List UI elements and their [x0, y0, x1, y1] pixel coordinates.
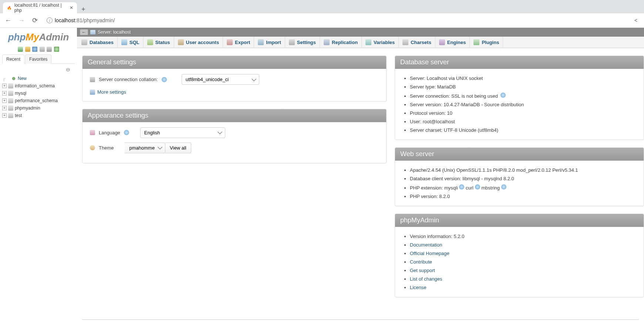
link-license[interactable]: License [410, 285, 426, 290]
tree-db-test[interactable]: + test [1, 112, 75, 119]
menu-engines[interactable]: Engines [435, 37, 470, 48]
databases-icon [81, 39, 87, 45]
panel-database-server: Database server Server: Localhost via UN… [395, 56, 644, 140]
list-item: Protocol version: 10 [410, 109, 636, 117]
list-item: User: root@localhost [410, 117, 636, 126]
menu-sql[interactable]: SQL [118, 37, 144, 48]
help-icon[interactable] [475, 184, 480, 190]
logo-my: My [26, 31, 39, 43]
url-bar[interactable]: i localhost:81/phpmyadmin/ [43, 16, 628, 25]
list-item: PHP version: 8.2.0 [410, 192, 636, 201]
list-item: PHP extension: mysqli curl mbstring [410, 183, 636, 192]
logo[interactable]: phpMyAdmin [0, 28, 77, 44]
tree-db-performance-schema[interactable]: + performance_schema [1, 97, 75, 104]
menu-user-accounts[interactable]: User accounts [174, 37, 223, 48]
help-icon[interactable] [162, 77, 167, 82]
browser-tab[interactable]: 🔥 localhost:81 / localhost | php ✕ [3, 2, 77, 13]
breadcrumb-back-button[interactable]: ← [80, 29, 88, 35]
list-item: List of changes [410, 275, 636, 283]
variables-icon [365, 39, 371, 45]
collapse-handle-icon[interactable]: ⊖ [0, 64, 77, 73]
tree-new[interactable]: ┌ ⊕ New [1, 75, 75, 82]
docs-icon[interactable] [32, 47, 37, 52]
menu-databases[interactable]: Databases [78, 37, 118, 48]
reload-nav-icon[interactable] [54, 47, 59, 52]
menu-label: Import [266, 40, 281, 45]
help-icon[interactable] [501, 184, 506, 190]
export-icon [227, 39, 233, 45]
expand-icon[interactable]: + [2, 84, 7, 88]
gear-icon[interactable] [47, 47, 52, 52]
site-info-icon[interactable]: i [47, 17, 53, 23]
list-item: Get support [410, 266, 636, 275]
help-icon[interactable] [124, 130, 129, 135]
sidebar-tabs: Recent Favorites [2, 54, 75, 64]
expand-icon[interactable]: + [2, 91, 7, 96]
panel-title: Web server [395, 148, 644, 161]
wrench-icon [90, 90, 95, 95]
server-label: Server: localhost [98, 30, 131, 35]
forward-button[interactable]: → [16, 15, 27, 26]
tab-favorites[interactable]: Favorites [25, 54, 51, 64]
tree-db-mysql[interactable]: + mysql [1, 90, 75, 97]
menu-status[interactable]: Status [144, 37, 174, 48]
tab-recent[interactable]: Recent [2, 54, 24, 64]
list-item: Server connection: SSL is not being used [410, 91, 636, 100]
link-documentation[interactable]: Documentation [410, 242, 442, 248]
theme-select[interactable]: pmahomme [125, 143, 165, 153]
link-changes[interactable]: List of changes [410, 276, 442, 282]
help-icon[interactable] [459, 184, 464, 190]
view-all-themes-button[interactable]: View all [165, 143, 191, 153]
collation-select[interactable]: utf8mb4_unicode_ci [182, 74, 259, 85]
panel-title: Appearance settings [82, 109, 386, 122]
link-homepage[interactable]: Official Homepage [410, 251, 449, 256]
logout-icon[interactable] [25, 47, 30, 52]
menu-label: Plugins [482, 40, 499, 45]
menu-replication[interactable]: Replication [320, 37, 362, 48]
database-icon [8, 98, 13, 103]
expand-icon[interactable]: + [2, 98, 7, 103]
expand-icon[interactable]: + [2, 106, 7, 110]
list-item: Server version: 10.4.27-MariaDB - Source… [410, 100, 636, 109]
list-item: Apache/2.4.54 (Unix) OpenSSL/1.1.1s PHP/… [410, 166, 636, 174]
plugins-icon [473, 39, 479, 45]
browser-chrome: 🔥 localhost:81 / localhost | php ✕ + ← →… [0, 0, 644, 28]
back-button[interactable]: ← [3, 15, 13, 26]
list-item: Contribute [410, 258, 636, 266]
top-menu: DatabasesSQLStatusUser accountsExportImp… [77, 37, 644, 48]
settings-icon [289, 39, 295, 45]
panel-title: General settings [82, 56, 386, 69]
menu-settings[interactable]: Settings [285, 37, 320, 48]
menu-variables[interactable]: Variables [362, 37, 399, 48]
language-select[interactable]: English [140, 127, 225, 138]
charsets-icon [402, 39, 408, 45]
new-tab-button[interactable]: + [77, 6, 90, 13]
close-tab-icon[interactable]: ✕ [70, 5, 73, 10]
link-contribute[interactable]: Contribute [410, 259, 432, 265]
engines-icon [439, 39, 445, 45]
theme-label: Theme [99, 145, 114, 151]
more-settings-link[interactable]: More settings [90, 89, 126, 95]
expand-icon[interactable]: + [2, 113, 7, 118]
tree-db-phpmyadmin[interactable]: + phpmyadmin [1, 104, 75, 112]
new-db-link[interactable]: New [18, 76, 27, 81]
tree-db-information-schema[interactable]: + information_schema [1, 82, 75, 90]
menu-export[interactable]: Export [223, 37, 254, 48]
reload-button[interactable]: ⟳ [30, 15, 40, 26]
nav-settings-icon[interactable] [40, 47, 45, 52]
list-item: Server charset: UTF-8 Unicode (utf8mb4) [410, 126, 636, 134]
list-item: Documentation [410, 241, 636, 249]
menu-plugins[interactable]: Plugins [470, 37, 503, 48]
database-icon [8, 105, 13, 111]
help-icon[interactable] [500, 93, 506, 98]
link-support[interactable]: Get support [410, 268, 435, 273]
user-accounts-icon [178, 39, 184, 45]
menu-charsets[interactable]: Charsets [399, 37, 435, 48]
share-button[interactable]: < [631, 15, 641, 26]
database-tree: ┌ ⊕ New + information_schema + mysql + p… [0, 73, 77, 121]
tab-strip: 🔥 localhost:81 / localhost | php ✕ + [0, 0, 644, 13]
menu-label: Charsets [411, 40, 431, 45]
menu-import[interactable]: Import [254, 37, 285, 48]
panel-general-settings: General settings Server connection colla… [82, 56, 387, 101]
home-icon[interactable] [18, 47, 23, 52]
